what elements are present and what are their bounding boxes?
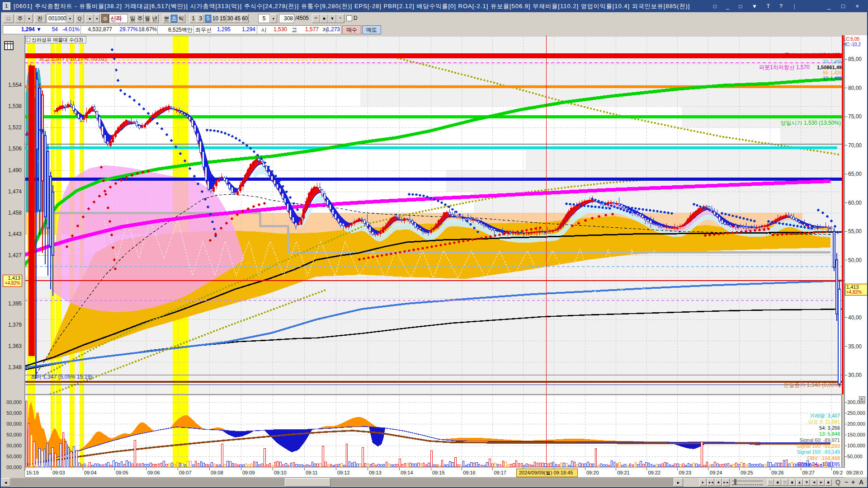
svg-text:200,000: 200,000: [847, 421, 865, 427]
svg-text:09:05: 09:05: [116, 470, 128, 475]
svg-text:1,538: 1,538: [8, 103, 22, 109]
svg-text:단순 3: 11,581: 단순 3: 11,581: [808, 419, 840, 424]
svg-text:09:27: 09:27: [802, 470, 815, 475]
svg-text:13: 5,848: 13: 5,848: [819, 431, 840, 436]
svg-text:09:04: 09:04: [84, 470, 97, 475]
svg-text:50,000: 50,000: [6, 454, 22, 459]
svg-text:09:12: 09:12: [337, 470, 350, 475]
svg-text:2024/09/09(월) 09:18:45: 2024/09/09(월) 09:18:45: [519, 470, 573, 475]
svg-text:09:21: 09:21: [617, 470, 630, 475]
svg-text:10: 1,435: 10: 1,435: [823, 76, 842, 81]
svg-text:09:20: 09:20: [586, 470, 599, 475]
svg-text:거래량: 3,407: 거래량: 3,407: [810, 413, 840, 418]
svg-text:55: 1,426: 55: 1,426: [823, 70, 842, 75]
svg-text:09:25: 09:25: [741, 470, 753, 475]
svg-text:1,395: 1,395: [8, 300, 22, 307]
svg-text:Signal 60: -89,971: Signal 60: -89,971: [800, 437, 840, 443]
svg-text:70,00: 70,00: [848, 142, 862, 149]
svg-text:09:24: 09:24: [710, 470, 722, 475]
svg-text:60,00: 60,00: [848, 200, 862, 206]
svg-text:1,348: 1,348: [8, 364, 22, 371]
svg-text:+4,82%: +4,82%: [846, 290, 862, 295]
svg-text:(종가+고가+저가)/3 1,485: (종가+고가+저가)/3 1,485: [783, 52, 840, 57]
svg-text:최고 1,577 (-10,27%, 05:02): 최고 1,577 (-10,27%, 05:02): [39, 56, 107, 62]
svg-text:1,474: 1,474: [8, 188, 22, 195]
svg-text:00,000: 00,000: [6, 421, 22, 427]
svg-text:09:15: 09:15: [432, 470, 445, 475]
svg-text:LC:5,05: LC:5,05: [844, 37, 859, 42]
svg-text:1,490: 1,490: [8, 167, 22, 174]
svg-text:+4,82%: +4,82%: [5, 281, 20, 286]
svg-text:09:26: 09:26: [771, 470, 784, 475]
svg-text:09:10: 09:10: [274, 470, 287, 475]
svg-text:30,00: 30,00: [848, 372, 862, 378]
svg-text:09:22: 09:22: [648, 470, 660, 475]
svg-text:1,413: 1,413: [8, 275, 20, 281]
svg-text:피봇1차저항선 1,570: 피봇1차저항선 1,570: [759, 64, 810, 70]
svg-text:50,000: 50,000: [847, 454, 863, 459]
svg-text:1,506: 1,506: [8, 145, 22, 152]
svg-text:09:23: 09:23: [679, 470, 692, 475]
svg-text:09:11: 09:11: [306, 470, 318, 475]
svg-text:09:14: 09:14: [401, 470, 413, 475]
svg-text:Signal 24: -102,095: Signal 24: -102,095: [797, 461, 840, 467]
svg-text:65,00: 65,00: [848, 171, 862, 177]
svg-text:1,363: 1,363: [8, 343, 22, 349]
svg-text:150,000: 150,000: [847, 432, 865, 437]
svg-text:1,379: 1,379: [8, 322, 22, 328]
svg-text:1,427: 1,427: [8, 252, 22, 258]
svg-text:1,458: 1,458: [8, 210, 22, 216]
svg-text:00,000: 00,000: [6, 443, 22, 448]
svg-text:50,000: 50,000: [6, 410, 22, 416]
svg-text:55,00: 55,00: [848, 228, 862, 235]
svg-text:신라섬유 매물대 수(13): 신라섬유 매물대 수(13): [32, 37, 83, 42]
svg-text:09:16: 09:16: [463, 470, 476, 475]
svg-text:85,00: 85,00: [848, 56, 862, 62]
svg-text:09:13: 09:13: [369, 470, 382, 475]
svg-text:54: 3,256: 54: 3,256: [819, 425, 840, 431]
svg-text:09:07: 09:07: [179, 470, 192, 475]
svg-text:1,50861,49: 1,50861,49: [817, 65, 842, 70]
svg-text:35,00: 35,00: [848, 343, 862, 350]
svg-text:00,000: 00,000: [6, 399, 22, 405]
svg-text:1,522: 1,522: [8, 124, 22, 131]
svg-text:Signal 150: -93,149: Signal 150: -93,149: [797, 449, 840, 455]
svg-text:09:2: 09:2: [833, 470, 843, 475]
svg-text:09:28:0: 09:28:0: [846, 470, 863, 475]
svg-text:80,00: 80,00: [848, 85, 862, 91]
svg-text:1,413: 1,413: [846, 284, 859, 290]
svg-text:100,000: 100,000: [847, 443, 865, 448]
svg-text:00,000: 00,000: [6, 465, 22, 470]
svg-text:50,000: 50,000: [6, 432, 22, 437]
svg-text:40,00: 40,00: [848, 314, 862, 321]
svg-text:10: 1,495: 10: 1,495: [823, 59, 842, 64]
svg-text:09:08: 09:08: [211, 470, 223, 475]
svg-text:전일종가 1,348 (0,00%): 전일종가 1,348 (0,00%): [783, 382, 841, 388]
svg-text:최저 1,347 (5,05% 15:19): 최저 1,347 (5,05% 15:19): [31, 374, 92, 380]
svg-text:09:03: 09:03: [52, 470, 65, 475]
svg-text:09:09: 09:09: [242, 470, 255, 475]
svg-text:당일시가 1,530 (13,50%): 당일시가 1,530 (13,50%): [781, 120, 841, 126]
svg-text:Signal 100: -92,203: Signal 100: -92,203: [797, 443, 840, 449]
svg-text:OBV: -158,498: OBV: -158,498: [807, 455, 840, 461]
svg-text:250,000: 250,000: [847, 410, 865, 416]
svg-text:1,554: 1,554: [8, 82, 22, 88]
svg-text:09:06: 09:06: [147, 470, 160, 475]
svg-text:50,00: 50,00: [848, 257, 862, 263]
svg-text:15:19: 15:19: [26, 470, 39, 475]
svg-text:09:17: 09:17: [494, 470, 506, 475]
svg-text:x: x: [861, 397, 863, 401]
svg-text:75,00: 75,00: [848, 113, 862, 120]
svg-text:1,443: 1,443: [8, 231, 22, 237]
svg-text:HC:-10,2: HC:-10,2: [843, 42, 861, 47]
